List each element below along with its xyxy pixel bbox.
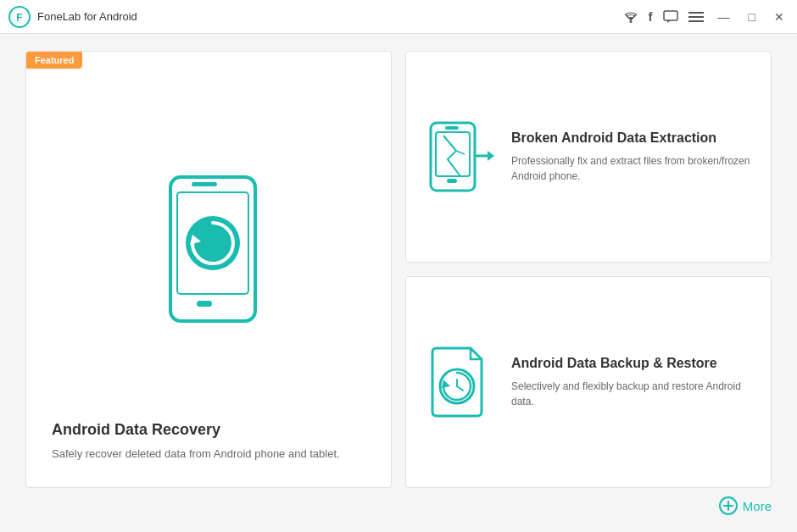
app-title: FoneLab for Android <box>37 10 137 23</box>
svg-rect-15 <box>445 126 459 130</box>
recovery-title: Android Data Recovery <box>52 421 365 439</box>
broken-extraction-description: Professionally fix and extract files fro… <box>511 153 750 184</box>
content-area: Featured A <box>0 34 797 532</box>
phone-recovery-icon <box>124 160 293 346</box>
broken-extraction-icon <box>426 119 494 195</box>
broken-extraction-title: Broken Android Data Extraction <box>511 130 750 147</box>
svg-rect-16 <box>447 179 457 183</box>
wifi-icon[interactable] <box>623 11 638 23</box>
svg-point-2 <box>629 20 632 23</box>
minimize-button[interactable]: — <box>714 8 734 25</box>
svg-rect-9 <box>192 182 217 186</box>
recovery-text: Android Data Recovery Safely recover del… <box>52 421 365 463</box>
backup-restore-description: Selectively and flexibly backup and rest… <box>511 379 750 409</box>
facebook-icon[interactable]: f <box>649 9 653 24</box>
featured-badge: Featured <box>26 52 82 69</box>
more-circle-icon <box>719 496 738 515</box>
chat-icon[interactable] <box>663 10 678 24</box>
titlebar-controls: f — □ ✕ <box>623 8 789 25</box>
cards-grid: Featured A <box>25 51 772 488</box>
recovery-icon-area <box>124 69 293 421</box>
backup-icon <box>426 344 494 420</box>
titlebar-left: F FoneLab for Android <box>8 6 137 28</box>
broken-extraction-text: Broken Android Data Extraction Professio… <box>511 130 750 185</box>
svg-marker-20 <box>442 380 450 388</box>
broken-extraction-card[interactable]: Broken Android Data Extraction Professio… <box>405 51 772 263</box>
titlebar: F FoneLab for Android f <box>0 0 797 34</box>
close-button[interactable]: ✕ <box>770 8 789 25</box>
more-button[interactable]: More <box>719 496 772 515</box>
menu-icon[interactable] <box>688 11 704 23</box>
backup-restore-card[interactable]: Android Data Backup & Restore Selectivel… <box>405 276 772 488</box>
svg-text:F: F <box>16 12 22 24</box>
backup-restore-icon <box>426 344 494 420</box>
backup-restore-text: Android Data Backup & Restore Selectivel… <box>511 355 750 410</box>
android-data-recovery-card[interactable]: Featured A <box>25 51 392 488</box>
svg-line-22 <box>457 386 463 391</box>
footer: More <box>25 488 772 515</box>
more-label: More <box>743 499 772 513</box>
svg-marker-18 <box>488 151 494 161</box>
backup-restore-title: Android Data Backup & Restore <box>511 355 750 373</box>
svg-rect-3 <box>664 11 677 20</box>
app-logo-icon: F <box>8 6 31 28</box>
maximize-button[interactable]: □ <box>744 8 760 25</box>
recovery-description: Safely recover deleted data from Android… <box>52 446 365 463</box>
svg-rect-10 <box>197 301 212 307</box>
broken-phone-icon <box>426 119 494 195</box>
